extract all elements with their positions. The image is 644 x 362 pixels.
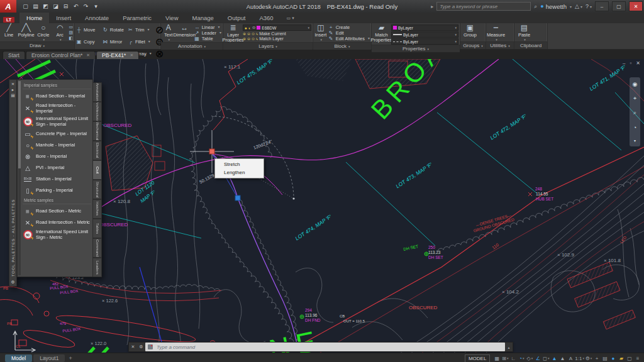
ribbon-tab-view[interactable]: View [158,13,185,23]
block-panel-footer[interactable]: Block▾ [313,42,371,50]
palette-autohide-icon[interactable]: ▸ [12,87,14,92]
isometric-drafting-toggle[interactable]: ◇▾ [526,354,533,362]
context-menu-item-stretch[interactable]: Stretch [215,160,264,168]
tool-palettes-window[interactable]: ✕ ▸ ▤ TOOL PALETTES - ALL PALETTES ⚙ Imp… [9,79,102,287]
palette-tool-pvi-imperial[interactable]: △PVI - Imperial [23,162,91,173]
saveas-button[interactable]: ◪ [52,3,60,9]
doc-minimize-icon[interactable]: – [623,60,625,66]
palette-settings-icon[interactable]: ⚙ [11,279,15,285]
linear-button[interactable]: ↔Linear▾ [194,25,221,30]
match-properties-button[interactable]: ▰Match Properties [373,24,390,45]
palette-tool-road-intersection-imperial[interactable]: ✕ϟRoad Intersection - Imperial [23,102,91,115]
navigation-bar[interactable]: ◉ ⌖ ⌕ ◔ ▾ [630,77,640,146]
palette-tab-leaders[interactable]: Leaders [93,258,102,277]
command-customize-icon[interactable]: ⚙ [139,344,143,349]
graphics-performance-toggle[interactable]: ▰ [618,354,625,362]
rotate-button[interactable]: ↻Rotate [103,24,124,36]
redo-button[interactable]: ↷ [82,3,90,9]
maximize-button[interactable]: ▢ [612,1,626,11]
grid-toggle[interactable]: ▦ [493,354,501,362]
command-history-icon[interactable]: ▴ [505,343,513,351]
insert-button[interactable]: ◫Insert▾ [314,24,327,42]
layout-tab-layout1[interactable]: Layout1 [33,354,65,362]
arc-button[interactable]: ◠Arc▾ [52,24,67,41]
snap-mode-toggle[interactable]: ⊞▾ [501,354,509,362]
palette-tool-bore-imperial[interactable]: ⊗Bore - Imperial [23,151,91,162]
annotation-panel-footer[interactable]: Annotation▾ [161,42,223,50]
autoscale-toggle[interactable]: A [567,354,574,362]
palette-tab-civil[interactable]: Civil [93,160,102,180]
navbar-more-icon[interactable]: ▾ [634,138,636,143]
clipboard-panel-footer[interactable]: Clipboard [514,41,547,49]
help-icon[interactable]: ?▾ [586,3,592,9]
hatch-icon[interactable]: ▨ [69,30,73,35]
drawing-area[interactable]: × 117.1LOT 475, MAP 'F'LOT 471, MAP 'F'L… [0,59,644,353]
line-button[interactable]: ╱Line [1,24,16,41]
a360-icon[interactable]: △▾ [575,3,582,9]
trim-button[interactable]: ✂Trim▾ [128,24,152,36]
new-drawing-tab-button[interactable]: + [140,52,150,59]
palette-tool-road-section-imperial[interactable]: ≡ϟRoad Section - Imperial [23,90,91,102]
palette-tool-manhole-imperial[interactable]: ○ϟManhole - Imperial [23,140,91,151]
layers-panel-footer[interactable]: Layers▾ [223,42,313,50]
move-button[interactable]: ┼Move [76,24,99,36]
palette-tool-concrete-pipe-imperial[interactable]: ▭ϟConcrete Pipe - Imperial [23,128,91,140]
close-button[interactable]: ✕ [629,1,643,11]
property-dropdown-color[interactable]: ByLayer▾ [391,25,458,31]
paste-button[interactable]: ▤Paste▾ [516,24,533,41]
palette-properties-icon[interactable]: ▤ [11,92,14,98]
object-snap-tracking-toggle[interactable]: ∠ [534,354,541,362]
save-button[interactable]: ◩ [42,3,50,9]
pan-icon[interactable]: ⌖ [633,95,636,102]
command-input-field[interactable] [145,343,505,351]
ribbon-tab-output[interactable]: Output [221,13,253,23]
utilities-panel-footer[interactable]: Utilities▾ [486,41,514,49]
ribbon-tab-a360[interactable]: A360 [252,13,280,23]
tab-close-icon[interactable]: ✕ [130,53,133,58]
palette-tool-international-speed-limit-sign-imperial[interactable]: 60ϟInternational Speed Limit Sign - Impe… [23,115,91,128]
groups-panel-footer[interactable]: Groups▾ [460,41,486,49]
table-button[interactable]: ▦Table [194,36,221,41]
rectangle-icon[interactable]: ▭ [69,25,73,30]
file-tab-erosion-control-plan[interactable]: Erosion Control Plan*✕ [26,51,96,59]
gradient-icon[interactable]: ◧ [69,36,73,41]
undo-button[interactable]: ↶ [72,3,80,9]
palette-tool-parking-imperial[interactable]: ▯ϟParking - Imperial [23,185,91,196]
polar-tracking-toggle[interactable]: ◔▾ [518,354,525,362]
tab-close-icon[interactable]: ✕ [86,53,90,58]
help-search-input[interactable] [436,2,531,11]
ribbon-tab-annotate[interactable]: Annotate [78,13,116,23]
palette-tool-road-intersection-metric[interactable]: ✕ϟRoad Intersection - Metric [23,217,91,228]
context-menu-item-lengthen[interactable]: Lengthen [215,168,264,177]
open-button[interactable]: ▤ [31,3,40,9]
palette-tab-structural[interactable]: Structural [93,180,102,199]
new-button[interactable]: ▢ [21,3,30,9]
leader-button[interactable]: ↗Leader▾ [194,30,221,36]
ribbon-tab-manage[interactable]: Manage [186,13,221,23]
application-menu-button[interactable]: A [0,0,16,13]
palette-scrollbar[interactable] [18,81,21,275]
object-snap-toggle[interactable]: ◻▾ [542,354,550,362]
new-layout-button[interactable]: + [66,355,74,361]
palette-tab-annotation[interactable]: Annotation [93,82,102,102]
layout-tab-model[interactable]: Model [5,354,32,362]
doc-close-icon[interactable]: ✕ [636,60,640,66]
menu-toggle[interactable]: ≡ [634,354,641,362]
menu-down-button[interactable]: ▾ [92,3,100,9]
polyline-button[interactable]: ╱╲Polyline [18,24,34,41]
signin-user-button[interactable]: ● hewetth ▾ [540,3,572,10]
property-dropdown-linetype[interactable]: ByLayer▾ [391,38,458,45]
palette-tab-mechanical[interactable]: Mechanical [93,121,102,141]
infocenter-collapse-icon[interactable]: ▸ [431,4,433,9]
properties-panel-footer[interactable]: Properties▾ [372,45,460,52]
annotation-monitor-toggle[interactable]: ▲ [550,354,558,362]
layer-properties-button[interactable]: ≣Layer Properties [225,24,242,42]
ribbon-tab-parametric[interactable]: Parametric [116,13,158,23]
palette-close-icon[interactable]: ✕ [11,81,14,87]
ribbon-display-toggle[interactable]: ▭ ▾ [287,16,294,23]
measure-button[interactable]: ┉Measure▾ [487,24,504,41]
property-dropdown-lineweight[interactable]: ByLayer▾ [391,31,458,38]
isolate-objects-toggle[interactable]: ● [609,354,617,362]
annotation-visibility-toggle[interactable]: ▲ [558,354,566,362]
dimension-button[interactable]: ↔Dimension [176,24,193,42]
